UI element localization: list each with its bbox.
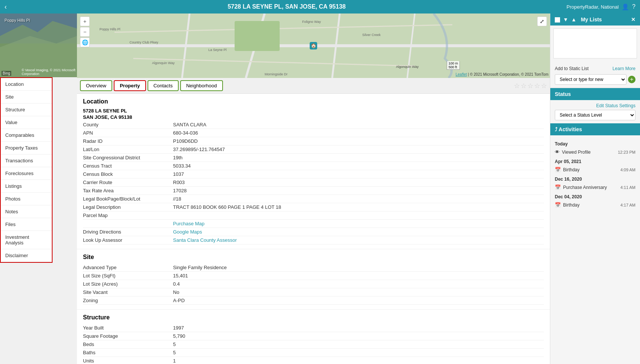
- user-icon[interactable]: 👤: [622, 3, 629, 10]
- add-to-list-button[interactable]: +: [628, 76, 635, 83]
- page-title: 5728 LA SEYNE PL, SAN JOSE, CA 95138: [7, 3, 566, 10]
- map-thumbnail: Poppy Hills Pl Bing © Vexcel Imaging, © …: [0, 13, 77, 77]
- bing-logo: Bing: [2, 71, 11, 76]
- my-lists-label: My Lists: [581, 16, 602, 22]
- header: ‹ 5728 LA SEYNE PL, SAN JOSE, CA 95138 P…: [0, 0, 640, 13]
- site-lot-acres: Lot Size (Acres) 0.4: [83, 280, 544, 288]
- location-purchase-map: Purchase Map: [83, 220, 544, 228]
- purchase-map-link[interactable]: Purchase Map: [173, 221, 205, 226]
- site-lot-sqft: Lot Size (SqFt) 15,401: [83, 272, 544, 280]
- nav-disclaimer[interactable]: Disclaimer: [1, 249, 52, 262]
- location-title: Location: [83, 98, 544, 105]
- tab-contacts[interactable]: Contacts: [148, 80, 179, 91]
- fullscreen-button[interactable]: ⤢: [537, 16, 547, 26]
- close-icon[interactable]: ✕: [631, 16, 635, 22]
- property-nav-sidebar: Location Site Structure Value Comparable…: [0, 77, 53, 263]
- map-controls: + − 🌐: [80, 16, 90, 47]
- assessor-link[interactable]: Santa Clara County Assessor: [173, 237, 237, 243]
- edit-status-link[interactable]: Edit Status Settings: [555, 103, 635, 108]
- tab-neighborhood[interactable]: Neighborhood: [180, 80, 223, 91]
- nav-investment-analysis[interactable]: Investment Analysis: [1, 231, 52, 249]
- chevron-up-icon: ▲: [571, 16, 577, 22]
- tabs-bar: Overview Property Contacts Neighborhood …: [77, 78, 550, 94]
- nav-foreclosures[interactable]: Foreclosures: [1, 167, 52, 180]
- my-lists-box: [553, 28, 637, 58]
- learn-more-link[interactable]: Learn More: [613, 66, 635, 71]
- tab-overview[interactable]: Overview: [80, 80, 112, 91]
- nav-listings[interactable]: Listings: [1, 180, 52, 193]
- location-assessor: Look Up Assessor Santa Clara County Asse…: [83, 236, 544, 244]
- status-select[interactable]: Select a Status Level: [555, 110, 635, 120]
- star-5[interactable]: ☆: [541, 82, 547, 90]
- location-parcel-map: Parcel Map: [83, 211, 544, 220]
- svg-text:Silver Creek: Silver Creek: [362, 33, 381, 37]
- calendar-icon-3: 📅: [555, 202, 561, 208]
- nav-transactions[interactable]: Transactions: [1, 154, 52, 167]
- activity-date-dec16: Dec 16, 2020: [555, 177, 635, 182]
- nav-notes[interactable]: Notes: [1, 205, 52, 218]
- nav-comparables[interactable]: Comparables: [1, 129, 52, 142]
- address-line1: 5728 LA SEYNE PL: [83, 108, 544, 114]
- my-lists-section: ▼ ▲ My Lists ✕: [550, 13, 640, 58]
- activity-date-apr05: Apr 05, 2021: [555, 159, 635, 164]
- star-4[interactable]: ☆: [534, 82, 540, 90]
- location-apn: APN 680-34-036: [83, 129, 544, 137]
- site-zoning: Zoning A-PD: [83, 297, 544, 305]
- star-3[interactable]: ☆: [527, 82, 533, 90]
- nav-structure[interactable]: Structure: [1, 103, 52, 116]
- svg-text:Country Club Pkwy: Country Club Pkwy: [130, 40, 158, 44]
- site-vacant: Site Vacant No: [83, 288, 544, 297]
- location-latlon: Lat/Lon 37.269895/-121.764547: [83, 145, 544, 154]
- star-1[interactable]: ☆: [514, 82, 520, 90]
- nav-property-taxes[interactable]: Property Taxes: [1, 142, 52, 154]
- structure-baths: Baths 5: [83, 349, 544, 357]
- svg-text:Morningside Dr: Morningside Dr: [265, 72, 288, 76]
- star-2[interactable]: ☆: [521, 82, 527, 90]
- static-list-select[interactable]: Select or type for new: [555, 74, 626, 85]
- svg-text:La Seyne Pl: La Seyne Pl: [208, 48, 227, 52]
- location-county: County SANTA CLARA: [83, 121, 544, 129]
- activity-date-dec04: Dec 04, 2020: [555, 194, 635, 199]
- site-advanced-type: Advanced Type Single Family Residence: [83, 264, 544, 272]
- help-icon[interactable]: ?: [632, 3, 635, 10]
- site-title: Site: [83, 254, 544, 261]
- calendar-icon-1: 📅: [555, 167, 561, 172]
- property-marker: 🏠: [310, 42, 317, 49]
- map-attribution: Leaflet | © 2021 Microsoft Corporation, …: [456, 72, 548, 76]
- activities-header: ⤴ Activities: [550, 123, 640, 135]
- my-lists-header: ▼ ▲ My Lists ✕: [550, 13, 640, 25]
- location-congressional: Site Congressional District 19th: [83, 154, 544, 162]
- zoom-in-button[interactable]: +: [80, 16, 90, 26]
- calendar-icon-2: 📅: [555, 184, 561, 190]
- static-list-input-row: Select or type for new +: [555, 74, 635, 85]
- google-maps-link[interactable]: Google Maps: [173, 229, 202, 235]
- nav-location[interactable]: Location: [1, 78, 52, 91]
- activities-label: ⤴ Activities: [555, 126, 582, 132]
- center-panel: Poppy Hills Pl Country Club Pkwy Foligno…: [77, 13, 550, 364]
- status-label: Status: [555, 91, 571, 97]
- map-scale: 100 m500 ft: [447, 61, 460, 70]
- structure-beds: Beds 5: [83, 340, 544, 349]
- nav-site[interactable]: Site: [1, 91, 52, 103]
- address-line2: SAN JOSE, CA 95138: [83, 114, 544, 120]
- nav-value[interactable]: Value: [1, 116, 52, 129]
- location-driving: Driving Directions Google Maps: [83, 228, 544, 236]
- map-thumbnail-label: Poppy Hills Pl: [5, 18, 30, 22]
- nav-files[interactable]: Files: [1, 218, 52, 231]
- map-area: Poppy Hills Pl Country Club Pkwy Foligno…: [77, 13, 550, 78]
- tab-property[interactable]: Property: [114, 80, 146, 91]
- nav-photos[interactable]: Photos: [1, 193, 52, 205]
- structure-sqft: Square Footage 5,790: [83, 332, 544, 340]
- chevron-down-icon: ▼: [563, 16, 568, 22]
- location-section: Location 5728 LA SEYNE PL SAN JOSE, CA 9…: [77, 94, 550, 249]
- location-legal-desc: Legal Description TRACT 8610 BOOK 660 PA…: [83, 203, 544, 211]
- structure-year-built: Year Built 1997: [83, 324, 544, 332]
- activity-birthday-apr05: 📅 Birthday 4:09 AM: [555, 166, 635, 174]
- zoom-out-button[interactable]: −: [80, 27, 90, 37]
- activity-viewed-profile: 👁 Viewed Profile 12:23 PM: [555, 148, 635, 156]
- map-type-button[interactable]: 🌐: [80, 37, 90, 47]
- static-list-label: Add to Static List: [555, 66, 589, 71]
- right-panel: ▼ ▲ My Lists ✕ Add to Static List Learn …: [550, 13, 640, 364]
- main-container: Poppy Hills Pl Bing © Vexcel Imaging, © …: [0, 13, 640, 364]
- location-legal-book: Legal BookPage/Block/Lot //18: [83, 195, 544, 203]
